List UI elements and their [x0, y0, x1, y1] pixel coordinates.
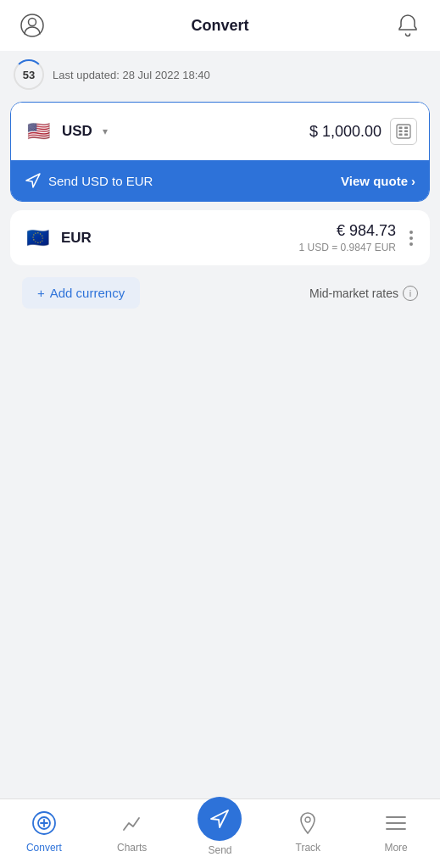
header: Convert [0, 0, 440, 51]
eur-amount-block: € 984.73 1 USD = 0.9847 EUR [299, 222, 396, 253]
send-nav-label: Send [208, 844, 231, 856]
eur-rate-label: 1 USD = 0.9847 EUR [299, 242, 396, 253]
eur-currency-code: EUR [61, 230, 92, 247]
bottom-nav: Convert Charts Send Track [0, 798, 440, 868]
nav-item-charts[interactable]: Charts [88, 808, 176, 860]
add-currency-button[interactable]: + Add currency [22, 277, 140, 309]
nav-item-send[interactable]: Send [176, 805, 265, 863]
page-title: Convert [191, 17, 248, 35]
charts-nav-label: Charts [117, 842, 147, 854]
more-nav-label: More [384, 842, 407, 854]
update-bar: 53 Last updated: 28 Jul 2022 18:40 [0, 51, 440, 98]
calculator-button[interactable] [390, 118, 417, 145]
eur-flag: 🇪🇺 [22, 223, 53, 253]
svg-point-1 [29, 19, 36, 26]
nav-item-track[interactable]: Track [264, 808, 352, 860]
send-label-area: Send USD to EUR [25, 172, 153, 189]
convert-nav-label: Convert [26, 842, 62, 854]
from-amount-area: $ 1,000.00 [309, 118, 417, 145]
more-options-button[interactable] [404, 227, 418, 249]
user-icon[interactable] [17, 10, 47, 41]
track-nav-icon [289, 808, 326, 838]
from-currency-selector[interactable]: 🇺🇸 USD ▾ [23, 116, 108, 147]
view-quote-label: View quote [341, 174, 408, 188]
send-bar[interactable]: Send USD to EUR View quote › [11, 160, 429, 201]
view-quote-arrow: › [411, 174, 415, 188]
from-currency-row: 🇺🇸 USD ▾ $ 1,000.00 [11, 103, 429, 160]
send-nav-icon [198, 797, 242, 841]
from-currency-chevron: ▾ [103, 125, 108, 137]
view-quote-area[interactable]: View quote › [341, 174, 415, 188]
mid-market-area: Mid-market rates i [309, 286, 418, 301]
eur-currency-selector[interactable]: 🇪🇺 EUR [22, 223, 92, 253]
more-nav-icon [377, 808, 415, 838]
charts-nav-icon [114, 808, 151, 838]
nav-item-convert[interactable]: Convert [0, 808, 88, 860]
add-currency-plus: + [37, 286, 45, 300]
main-currency-card: 🇺🇸 USD ▾ $ 1,000.00 [10, 102, 430, 202]
from-flag: 🇺🇸 [23, 116, 53, 147]
info-button[interactable]: i [403, 286, 418, 301]
svg-rect-2 [397, 125, 410, 138]
from-amount-value: $ 1,000.00 [309, 123, 382, 141]
svg-rect-7 [399, 134, 403, 136]
from-currency-code: USD [62, 123, 92, 140]
svg-rect-3 [399, 127, 403, 130]
add-currency-label: Add currency [50, 286, 125, 300]
svg-rect-5 [399, 131, 403, 133]
nav-item-more[interactable]: More [352, 808, 440, 860]
svg-rect-4 [404, 127, 408, 130]
bell-icon[interactable] [393, 10, 423, 41]
send-icon [25, 172, 42, 189]
bottom-actions-row: + Add currency Mid-market rates i [10, 274, 430, 312]
convert-nav-icon [25, 808, 63, 838]
track-nav-label: Track [296, 842, 321, 854]
mid-market-label: Mid-market rates [309, 287, 398, 300]
eur-amount-value: € 984.73 [299, 222, 396, 240]
send-label: Send USD to EUR [48, 174, 153, 188]
eur-currency-card: 🇪🇺 EUR € 984.73 1 USD = 0.9847 EUR [10, 210, 430, 265]
svg-point-11 [305, 817, 310, 822]
update-badge: 53 [14, 59, 44, 90]
svg-rect-6 [404, 131, 408, 133]
svg-rect-8 [404, 134, 408, 136]
eur-amount-area: € 984.73 1 USD = 0.9847 EUR [299, 222, 418, 253]
last-updated-text: Last updated: 28 Jul 2022 18:40 [53, 69, 210, 81]
